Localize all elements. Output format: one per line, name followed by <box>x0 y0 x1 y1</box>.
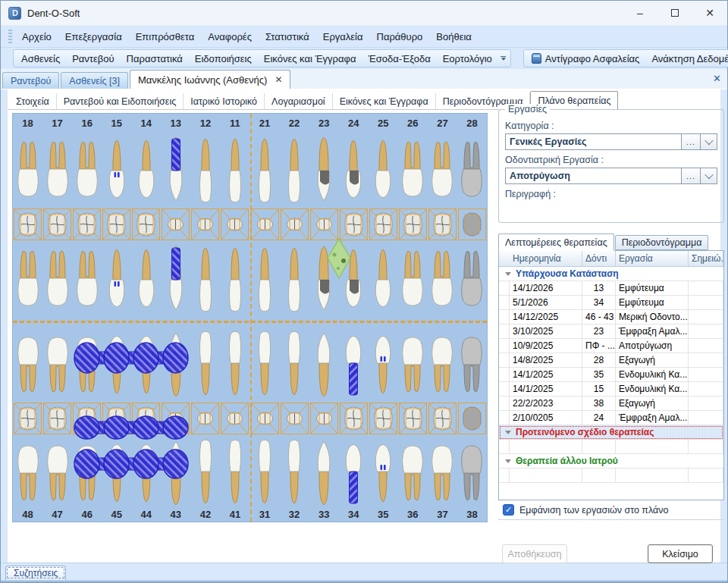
tooth-24[interactable] <box>339 241 369 317</box>
toolbar-button-5[interactable]: Έσοδα-Έξοδα <box>362 51 436 67</box>
tooth-occlusal-25[interactable] <box>369 208 398 241</box>
tooth-occlusal-22[interactable] <box>280 208 309 241</box>
tooth-occlusal-14[interactable] <box>131 208 161 241</box>
doc-tab-1[interactable]: Ασθενείς [3] <box>61 72 128 89</box>
tooth-24[interactable] <box>339 132 369 208</box>
tooth-27[interactable] <box>428 132 457 208</box>
tooth-45[interactable] <box>102 435 131 509</box>
tooth-35[interactable] <box>369 435 398 509</box>
group-collapse-icon[interactable] <box>505 431 511 434</box>
tooth-occlusal-32[interactable] <box>280 402 309 435</box>
grid-tab-0[interactable]: Λεπτομέρειες θεραπείας <box>498 234 614 251</box>
tooth-43[interactable] <box>161 326 190 402</box>
dental-work-ellipsis-button[interactable]: ... <box>681 168 701 184</box>
tooth-occlusal-42[interactable] <box>190 402 220 435</box>
sub-tab-4[interactable]: Εικόνες και Έγγραφα <box>333 93 436 109</box>
tooth-occlusal-28[interactable] <box>457 208 487 241</box>
tooth-36[interactable] <box>398 435 428 509</box>
toolbar-button-6[interactable]: Εορτολόγιο <box>437 51 498 67</box>
treatment-row[interactable]: 14/1/202613Εμφύτευμα <box>499 281 723 296</box>
doc-tab-0[interactable]: Ραντεβού <box>2 72 59 89</box>
grid-column-header-0[interactable]: Ημερομηνία <box>510 251 582 266</box>
tooth-occlusal-44[interactable] <box>131 402 161 435</box>
menu-item-3[interactable]: Αναφορές <box>201 28 259 45</box>
tooth-42[interactable] <box>190 326 220 402</box>
sub-tab-3[interactable]: Λογαριασμοί <box>265 93 333 109</box>
menu-item-5[interactable]: Εργαλεία <box>316 28 370 45</box>
group-collapse-icon[interactable] <box>505 459 511 463</box>
tooth-32[interactable] <box>280 435 309 509</box>
treatment-row[interactable]: 5/1/202634Εμφύτευμα <box>499 296 723 310</box>
treatment-row[interactable]: 22/2/202338Εξαγωγή <box>499 397 723 411</box>
tooth-occlusal-35[interactable] <box>369 402 398 435</box>
close-button[interactable]: ✕ <box>692 1 727 25</box>
tooth-occlusal-23[interactable] <box>309 208 339 241</box>
sub-tab-2[interactable]: Ιατρικό Ιστορικό <box>184 93 265 109</box>
toolbar-button-2[interactable]: Παραστατικά <box>121 51 189 67</box>
tooth-occlusal-17[interactable] <box>42 208 72 241</box>
menu-item-2[interactable]: Επιπρόσθετα <box>129 28 202 45</box>
menu-item-1[interactable]: Επεξεργασία <box>58 28 129 45</box>
tooth-occlusal-38[interactable] <box>457 402 487 435</box>
tooth-25[interactable] <box>369 132 398 208</box>
tooth-41[interactable] <box>220 326 249 402</box>
tooth-23[interactable] <box>309 241 339 317</box>
tooth-11[interactable] <box>220 241 249 317</box>
tooth-11[interactable] <box>220 132 249 208</box>
doc-tab-2[interactable]: Μανκέλης Ιωάννης (Ασθενής)✕ <box>130 70 291 89</box>
tooth-45[interactable] <box>102 326 131 402</box>
toolbar-button-3[interactable]: Ειδοποιήσεις <box>189 51 258 67</box>
tooth-occlusal-46[interactable] <box>72 402 102 435</box>
tooth-33[interactable] <box>309 326 339 402</box>
tabstrip-close-icon[interactable]: ✕ <box>713 73 721 84</box>
tooth-31[interactable] <box>250 326 280 402</box>
category-dropdown-button[interactable] <box>701 133 717 150</box>
group-row-1[interactable]: Προτεινόμενο σχέδιο θεραπείας <box>499 425 723 440</box>
category-value[interactable]: Γενικές Εργασίες <box>505 133 681 150</box>
tooth-occlusal-37[interactable] <box>428 402 457 435</box>
treatment-row[interactable]: 3/10/202523Έμφραξη Αμαλ... <box>499 324 723 339</box>
tooth-occlusal-48[interactable] <box>13 402 42 435</box>
treatment-row[interactable] <box>499 440 723 454</box>
group-collapse-icon[interactable] <box>505 272 511 276</box>
tooth-occlusal-27[interactable] <box>428 208 457 241</box>
tooth-44[interactable] <box>131 326 161 402</box>
treatment-row[interactable]: 10/9/2025ΠΦ - ...Αποτρύγωση <box>499 339 723 353</box>
tooth-occlusal-16[interactable] <box>72 208 102 241</box>
tooth-42[interactable] <box>190 435 220 509</box>
dental-work-dropdown-button[interactable] <box>701 168 717 184</box>
tooth-12[interactable] <box>190 132 220 208</box>
grid-column-header-3[interactable]: Σημειώ... <box>689 251 723 266</box>
dental-work-value[interactable]: Αποτρύγωση <box>505 168 681 184</box>
tooth-occlusal-47[interactable] <box>42 402 72 435</box>
tooth-28[interactable] <box>457 241 487 317</box>
menu-item-6[interactable]: Παράθυρο <box>370 28 430 45</box>
tooth-occlusal-34[interactable] <box>339 402 369 435</box>
menu-item-0[interactable]: Αρχείο <box>15 28 58 45</box>
toolbar-button-4[interactable]: Εικόνες και Έγγραφα <box>258 51 362 67</box>
tooth-occlusal-45[interactable] <box>102 402 131 435</box>
treatment-row[interactable]: 14/1/202515Ενδομυλική Κα... <box>499 382 723 397</box>
tooth-occlusal-12[interactable] <box>190 208 220 241</box>
tooth-occlusal-41[interactable] <box>220 402 249 435</box>
tooth-occlusal-26[interactable] <box>398 208 428 241</box>
tooth-22[interactable] <box>280 241 309 317</box>
tooth-37[interactable] <box>428 435 457 509</box>
close-page-button[interactable]: Κλείσιμο <box>648 544 713 563</box>
tooth-27[interactable] <box>428 241 457 317</box>
tooth-33[interactable] <box>309 435 339 509</box>
tooth-18[interactable] <box>13 132 42 208</box>
tooth-16[interactable] <box>72 132 102 208</box>
tooth-46[interactable] <box>72 435 102 509</box>
toolbar-overflow-icon[interactable] <box>498 51 509 66</box>
tooth-15[interactable] <box>102 241 131 317</box>
tooth-44[interactable] <box>131 435 161 509</box>
tooth-47[interactable] <box>42 435 72 509</box>
tooth-26[interactable] <box>398 241 428 317</box>
tooth-26[interactable] <box>398 132 428 208</box>
menu-item-7[interactable]: Βοήθεια <box>429 28 479 45</box>
tooth-48[interactable] <box>13 435 42 509</box>
toolbar-button-restore[interactable]: Ανάκτηση Δεδομένων <box>645 51 728 67</box>
toolbar-button-1[interactable]: Ραντεβού <box>66 51 120 67</box>
treatment-row[interactable] <box>499 469 723 483</box>
